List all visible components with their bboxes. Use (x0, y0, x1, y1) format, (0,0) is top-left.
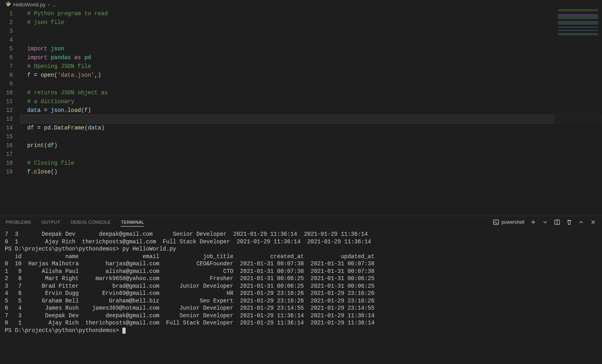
code-line[interactable]: # json file (20, 18, 602, 27)
tab-output[interactable]: OUTPUT (42, 218, 60, 226)
code-line[interactable]: # a dictionary (20, 97, 602, 106)
tab-problems[interactable]: PROBLEMS (6, 218, 31, 226)
breadcrumb-separator: › (48, 2, 50, 8)
code-line[interactable]: # Opening JSON file (20, 62, 602, 71)
code-line[interactable]: # returns JSON object as (20, 88, 602, 97)
line-number: 12 (0, 106, 13, 115)
code-line[interactable]: f = open('data.json',) (20, 71, 602, 80)
kill-terminal-button[interactable] (566, 219, 572, 225)
minimap[interactable] (554, 9, 602, 216)
terminal-shell-label: powershell (502, 219, 524, 225)
line-number: 14 (0, 123, 13, 132)
new-terminal-button[interactable] (530, 219, 536, 225)
bottom-panel: PROBLEMS OUTPUT DEBUG CONSOLE TERMINAL p… (0, 216, 602, 364)
code-line[interactable] (20, 36, 602, 44)
code-line[interactable] (20, 150, 602, 159)
python-file-icon (6, 1, 11, 8)
maximize-panel-button[interactable] (578, 219, 584, 225)
breadcrumb-rest[interactable]: ... (52, 2, 56, 8)
line-number: 5 (0, 44, 13, 53)
code-line[interactable] (20, 80, 602, 88)
code-line[interactable]: df = pd.DataFrame(data) (20, 123, 602, 132)
code-line[interactable] (20, 132, 602, 141)
code-line[interactable] (20, 115, 602, 123)
terminal-content[interactable]: 7 3 Deepak Dev deepak@gmail.com Senior D… (0, 228, 602, 364)
breadcrumb: HelloWorld.py › ... (0, 0, 602, 9)
svg-rect-0 (493, 220, 498, 225)
line-number: 15 (0, 132, 13, 141)
panel-actions: powershell (493, 219, 596, 225)
code-line[interactable]: import json (20, 44, 602, 53)
terminal-shell-selector[interactable]: powershell (493, 219, 524, 225)
code-line[interactable] (20, 27, 602, 36)
terminal-cursor (122, 328, 126, 334)
line-number: 9 (0, 80, 13, 88)
line-number: 19 (0, 167, 13, 176)
editor-code[interactable]: # Python program to read# json fileimpor… (20, 9, 602, 216)
line-number: 6 (0, 53, 13, 62)
line-number: 7 (0, 62, 13, 71)
breadcrumb-file[interactable]: HelloWorld.py (13, 2, 46, 8)
code-line[interactable]: # Closing file (20, 159, 602, 167)
line-number: 11 (0, 97, 13, 106)
tab-debug-console[interactable]: DEBUG CONSOLE (71, 218, 111, 226)
line-number: 1 (0, 9, 13, 18)
line-number: 8 (0, 71, 13, 80)
line-number: 18 (0, 159, 13, 167)
terminal-icon (493, 219, 499, 225)
line-number: 3 (0, 27, 13, 36)
line-number: 16 (0, 141, 13, 150)
line-number: 2 (0, 18, 13, 27)
editor-gutter: 12345678910111213141516171819 (0, 9, 20, 216)
tab-terminal[interactable]: TERMINAL (121, 218, 144, 227)
code-line[interactable]: data = json.load(f) (20, 106, 602, 115)
split-terminal-button[interactable] (554, 219, 560, 225)
line-number: 10 (0, 88, 13, 97)
code-line[interactable]: # Python program to read (20, 9, 602, 18)
line-number: 4 (0, 36, 13, 44)
line-number: 13 (0, 115, 13, 123)
editor-area: 12345678910111213141516171819 # Python p… (0, 9, 602, 216)
code-line[interactable]: f.close() (20, 167, 602, 176)
code-line[interactable]: print(df) (20, 141, 602, 150)
code-line[interactable]: import pandas as pd (20, 53, 602, 62)
line-number: 17 (0, 150, 13, 159)
close-panel-button[interactable] (590, 219, 596, 225)
panel-tabbar: PROBLEMS OUTPUT DEBUG CONSOLE TERMINAL p… (0, 216, 602, 228)
chevron-down-icon[interactable] (542, 219, 548, 225)
